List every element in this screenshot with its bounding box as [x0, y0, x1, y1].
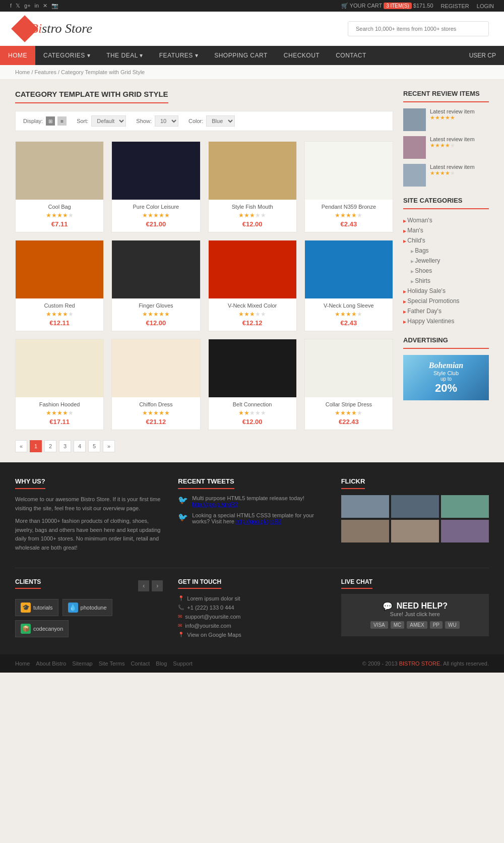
nav-item-contact[interactable]: CONTACT [328, 46, 374, 65]
linkedin-icon[interactable]: in [35, 3, 39, 9]
googleplus-icon[interactable]: g+ [24, 3, 31, 9]
product-card[interactable]: Cool Bag ★★★★★ €7.11 [15, 141, 104, 232]
flickr-thumb[interactable] [341, 520, 389, 543]
pagination-next[interactable]: » [103, 440, 115, 452]
nav-item-features[interactable]: FEATURES ▾ [151, 46, 206, 65]
site-category-item[interactable]: Holiday Sale's [403, 286, 489, 296]
pagination-page[interactable]: 1 [30, 440, 42, 452]
product-stars: ★★★★★ [18, 311, 101, 318]
nav-item-user-cp[interactable]: USER CP [461, 46, 504, 65]
tweet-link[interactable]: http://goo.gl/qroR2 [236, 518, 282, 524]
product-image [16, 240, 103, 298]
color-select[interactable]: Blue [206, 115, 235, 127]
bottom-link[interactable]: Blog [156, 660, 167, 667]
pagination-page[interactable]: 2 [44, 440, 56, 452]
list-view-icon[interactable]: ≡ [57, 116, 67, 126]
review-info: Latest review item ★★★★★ [430, 108, 475, 121]
bottom-link[interactable]: Site Terms [99, 660, 125, 667]
live-chat-box[interactable]: 💬 NEED HELP? Sure! Just click here VISAM… [341, 594, 489, 636]
twitter-icon[interactable]: 𝕏 [16, 3, 20, 9]
site-category-item[interactable]: Bags [403, 246, 489, 256]
site-category-item[interactable]: Shirts [403, 276, 489, 286]
search-input[interactable] [348, 21, 489, 36]
product-name: Style Fish Mouth [211, 204, 294, 210]
cart-badge[interactable]: 3 ITEM(S) [384, 3, 412, 9]
grid-view-icon[interactable]: ⊞ [46, 116, 55, 126]
site-category-item[interactable]: Jewellery [403, 256, 489, 266]
nav-item-shopping-cart[interactable]: SHOPPING CART [206, 46, 276, 65]
facebook-icon[interactable]: f [10, 3, 12, 9]
product-card[interactable]: Finger Gloves ★★★★★ €12.00 [111, 240, 200, 331]
site-category-item[interactable]: Child's [403, 235, 489, 246]
product-image [16, 142, 103, 200]
product-card[interactable]: Pendant N359 Bronze ★★★★★ €2.43 [304, 141, 393, 232]
pagination-page[interactable]: 3 [59, 440, 71, 452]
pagination-prev[interactable]: « [15, 440, 27, 452]
bottom-link[interactable]: Sitemap [72, 660, 92, 667]
bottom-link[interactable]: Contact [131, 660, 150, 667]
client-logo[interactable]: 🎓tutorials [15, 599, 58, 616]
contact-title: GET IN TOUCH [178, 578, 221, 589]
nav-item-checkout[interactable]: CHECKOUT [276, 46, 328, 65]
ad-banner[interactable]: Bohemian Style Club up to 20% [403, 355, 489, 400]
show-select[interactable]: 10 [155, 115, 178, 127]
ad-prefix: up to [429, 376, 463, 382]
show-label: Show: [136, 118, 152, 124]
bottom-link[interactable]: About Bistro [36, 660, 66, 667]
product-card[interactable]: Pure Color Leisure ★★★★★ €21.00 [111, 141, 200, 232]
rss-icon[interactable]: ✕ [43, 3, 47, 9]
social-icons: f 𝕏 g+ in ✕ 📷 [10, 3, 58, 9]
product-image [209, 142, 296, 200]
product-card[interactable]: Chiffon Dress ★★★★★ €21.12 [111, 339, 200, 430]
product-name: Chiffon Dress [114, 401, 197, 407]
flickr-thumb[interactable] [391, 495, 439, 518]
color-label: Color: [188, 118, 203, 124]
register-button[interactable]: REGISTER [441, 3, 469, 9]
site-category-item[interactable]: Special Promotions [403, 296, 489, 306]
bottom-link[interactable]: Support [173, 660, 193, 667]
product-info: Chiffon Dress ★★★★★ €21.12 [112, 397, 200, 430]
product-stars: ★★★★★ [18, 212, 101, 219]
tweet-link[interactable]: http://goo.gl/qroR2 [192, 501, 238, 507]
bottom-link[interactable]: Home [15, 660, 30, 667]
login-button[interactable]: LOGIN [477, 3, 494, 9]
pagination-page[interactable]: 5 [88, 440, 100, 452]
product-card[interactable]: Collar Stripe Dress ★★★★★ €22.43 [304, 339, 393, 430]
breadcrumb-home[interactable]: Home [15, 69, 30, 75]
product-card[interactable]: V-Neck Long Sleeve ★★★★★ €2.43 [304, 240, 393, 331]
site-category-item[interactable]: Shoes [403, 266, 489, 276]
flickr-thumb[interactable] [441, 495, 489, 518]
tweet-text: Multi purpose HTML5 template release tod… [192, 495, 326, 507]
pagination-page[interactable]: 4 [74, 440, 86, 452]
product-price: €17.11 [18, 418, 101, 426]
nav-item-home[interactable]: HOME [0, 46, 35, 65]
client-next-button[interactable]: › [152, 580, 163, 591]
payment-icon: MC [391, 621, 405, 629]
client-logo[interactable]: 💧photodune [62, 599, 112, 616]
logo[interactable]: Bistro Store [15, 19, 92, 38]
client-logo[interactable]: 📦codecanyon [15, 620, 69, 637]
sort-select[interactable]: Default [91, 115, 126, 127]
client-prev-button[interactable]: ‹ [138, 580, 149, 591]
product-card[interactable]: V-Neck Mixed Color ★★★★★ €12.12 [208, 240, 297, 331]
nav-item-categories[interactable]: CATEGORIES ▾ [35, 46, 98, 65]
nav-item-the-deal[interactable]: THE DEAL ▾ [98, 46, 151, 65]
why-us-text1: Welcome to our awesome Bistro Store. If … [15, 495, 163, 513]
product-card[interactable]: Fashion Hooded ★★★★★ €17.11 [15, 339, 104, 430]
product-card[interactable]: Style Fish Mouth ★★★★★ €12.00 [208, 141, 297, 232]
footer-live-chat: LIVE CHAT 💬 NEED HELP? Sure! Just click … [341, 578, 489, 639]
camera-icon[interactable]: 📷 [51, 3, 58, 9]
site-category-item[interactable]: Father Day's [403, 306, 489, 316]
site-category-item[interactable]: Man's [403, 225, 489, 235]
flickr-thumb[interactable] [341, 495, 389, 518]
breadcrumb-features[interactable]: Features [35, 69, 56, 75]
flickr-thumb[interactable] [441, 520, 489, 543]
flickr-thumb[interactable] [391, 520, 439, 543]
contact-text: View on Google Maps [187, 632, 241, 638]
product-card[interactable]: Belt Connection ★★★★★ €12.00 [208, 339, 297, 430]
content-area: CATEGORY TEMPLATE WITH GRID STYLE Displa… [15, 90, 393, 452]
site-category-item[interactable]: Happy Valentines [403, 316, 489, 326]
product-stars: ★★★★★ [307, 212, 390, 219]
site-category-item[interactable]: Woman's [403, 215, 489, 225]
product-card[interactable]: Custom Red ★★★★★ €12.11 [15, 240, 104, 331]
